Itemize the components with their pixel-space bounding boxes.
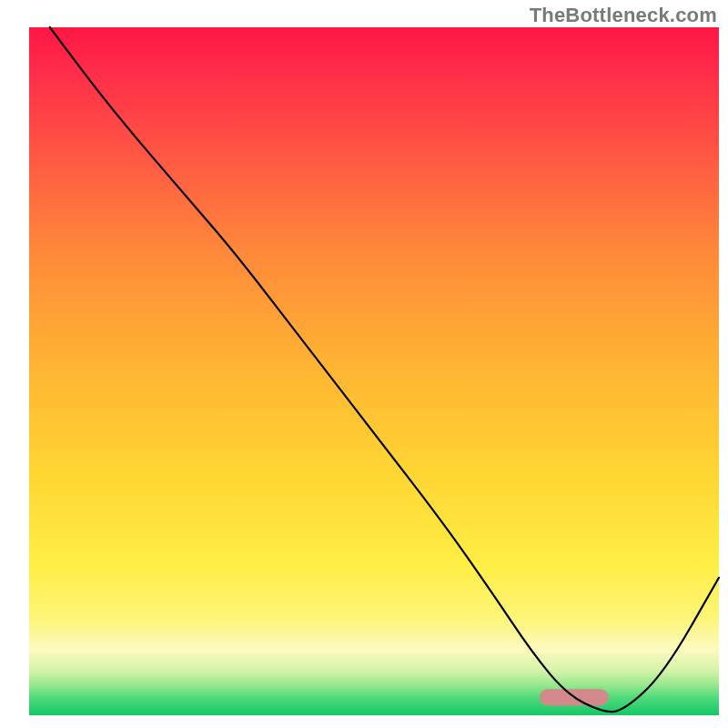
bottleneck-chart: TheBottleneck.com — [0, 0, 728, 728]
watermark-label: TheBottleneck.com — [530, 4, 717, 27]
gradient-background — [29, 27, 719, 715]
chart-canvas — [0, 0, 728, 728]
